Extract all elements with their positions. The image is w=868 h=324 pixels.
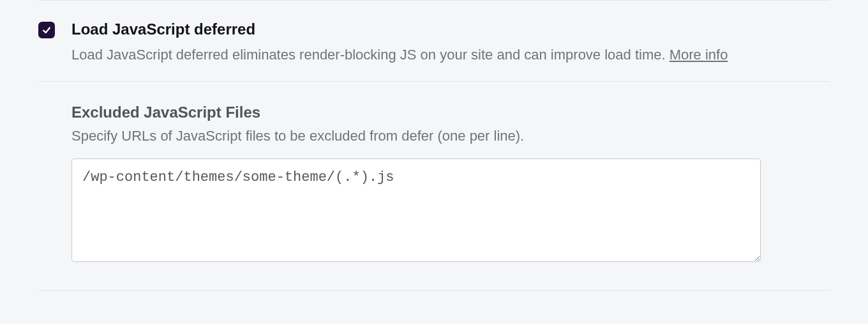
check-icon bbox=[41, 25, 52, 35]
option-load-js-deferred: Load JavaScript deferred Load JavaScript… bbox=[38, 1, 830, 81]
load-deferred-checkbox[interactable] bbox=[38, 22, 55, 38]
excluded-title: Excluded JavaScript Files bbox=[71, 104, 830, 121]
excluded-js-textarea[interactable] bbox=[71, 158, 761, 262]
excluded-description: Specify URLs of JavaScript files to be e… bbox=[71, 128, 830, 144]
option-description-text: Load JavaScript deferred eliminates rend… bbox=[71, 47, 670, 63]
more-info-link[interactable]: More info bbox=[670, 47, 728, 63]
option-description: Load JavaScript deferred eliminates rend… bbox=[71, 45, 830, 65]
settings-panel: Load JavaScript deferred Load JavaScript… bbox=[0, 0, 868, 298]
option-text-column: Load JavaScript deferred Load JavaScript… bbox=[71, 20, 830, 65]
option-title: Load JavaScript deferred bbox=[71, 20, 830, 39]
excluded-js-section: Excluded JavaScript Files Specify URLs o… bbox=[38, 82, 830, 290]
